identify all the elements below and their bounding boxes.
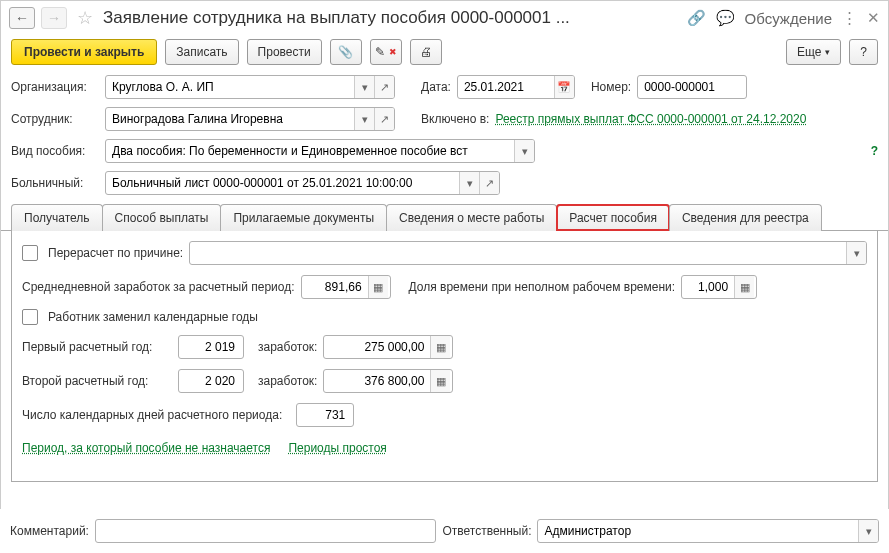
number-field[interactable]	[637, 75, 747, 99]
year2-label: Второй расчетный год:	[22, 374, 172, 388]
number-input[interactable]	[638, 76, 746, 98]
year1-field[interactable]	[178, 335, 244, 359]
benefit-type-field[interactable]: ▾	[105, 139, 535, 163]
benefit-calc-panel: Перерасчет по причине: ▾ Среднедневной з…	[11, 231, 878, 482]
open-icon[interactable]: ↗	[479, 172, 499, 194]
avg-daily-input[interactable]	[302, 276, 368, 298]
avg-daily-field[interactable]: ▦	[301, 275, 391, 299]
date-label: Дата:	[421, 80, 451, 94]
earn2-field[interactable]: ▦	[323, 369, 453, 393]
recalc-label: Перерасчет по причине:	[48, 246, 183, 260]
year1-label: Первый расчетный год:	[22, 340, 172, 354]
save-button[interactable]: Записать	[165, 39, 238, 65]
tab-payment-method[interactable]: Способ выплаты	[102, 204, 222, 231]
dropdown-icon[interactable]: ▾	[858, 520, 878, 542]
tab-attached-docs[interactable]: Прилагаемые документы	[220, 204, 387, 231]
idle-periods-link[interactable]: Периоды простоя	[288, 441, 386, 455]
recalc-reason-field[interactable]: ▾	[189, 241, 867, 265]
earn1-input[interactable]	[324, 336, 430, 358]
kebab-icon[interactable]: ⋮	[842, 9, 857, 27]
back-button[interactable]: ←	[9, 7, 35, 29]
number-label: Номер:	[591, 80, 631, 94]
calendar-icon[interactable]: 📅	[554, 76, 574, 98]
form-title: Заявление сотрудника на выплату пособия …	[103, 8, 681, 28]
year2-field[interactable]	[178, 369, 244, 393]
tab-benefit-calc[interactable]: Расчет пособия	[556, 204, 670, 231]
post-button[interactable]: Провести	[247, 39, 322, 65]
date-field[interactable]: 📅	[457, 75, 575, 99]
replaced-years-label: Работник заменил календарные годы	[48, 310, 258, 324]
dropdown-icon[interactable]: ▾	[354, 76, 374, 98]
calc-icon[interactable]: ▦	[368, 276, 388, 298]
dropdown-icon[interactable]: ▾	[354, 108, 374, 130]
dropdown-icon[interactable]: ▾	[459, 172, 479, 194]
days-label: Число календарных дней расчетного период…	[22, 408, 282, 422]
replaced-years-checkbox[interactable]	[22, 309, 38, 325]
benefit-type-input[interactable]	[106, 140, 514, 162]
toolbar: Провести и закрыть Записать Провести 📎 ✎…	[1, 35, 888, 75]
print-button[interactable]: 🖨	[410, 39, 442, 65]
calc-icon[interactable]: ▦	[430, 336, 450, 358]
earn1-label: заработок:	[258, 340, 317, 354]
dropdown-icon[interactable]: ▾	[514, 140, 534, 162]
part-time-input[interactable]	[682, 276, 734, 298]
open-icon[interactable]: ↗	[374, 108, 394, 130]
chat-icon[interactable]: 💬	[716, 9, 735, 27]
recalc-checkbox[interactable]	[22, 245, 38, 261]
days-field[interactable]	[296, 403, 354, 427]
part-time-label: Доля времени при неполном рабочем времен…	[409, 280, 676, 294]
year1-input[interactable]	[179, 336, 241, 358]
comment-field[interactable]	[95, 519, 437, 543]
recalc-reason-input[interactable]	[190, 242, 846, 264]
employee-field[interactable]: ▾ ↗	[105, 107, 395, 131]
star-icon[interactable]: ☆	[77, 7, 93, 29]
calc-icon[interactable]: ▦	[734, 276, 754, 298]
footer: Комментарий: Ответственный: ▾	[0, 509, 889, 553]
year2-input[interactable]	[179, 370, 241, 392]
comment-input[interactable]	[96, 520, 436, 542]
tab-recipient[interactable]: Получатель	[11, 204, 103, 231]
edit-button[interactable]: ✎✖	[370, 39, 402, 65]
earn2-label: заработок:	[258, 374, 317, 388]
calc-icon[interactable]: ▦	[430, 370, 450, 392]
date-input[interactable]	[458, 76, 554, 98]
responsible-field[interactable]: ▾	[537, 519, 879, 543]
benefit-type-label: Вид пособия:	[11, 144, 99, 158]
no-benefit-period-link[interactable]: Период, за который пособие не назначаетс…	[22, 441, 270, 455]
org-input[interactable]	[106, 76, 354, 98]
avg-daily-label: Среднедневной заработок за расчетный пер…	[22, 280, 295, 294]
more-button[interactable]: Еще ▾	[786, 39, 841, 65]
help-icon[interactable]: ?	[871, 144, 878, 158]
tab-registry-info[interactable]: Сведения для реестра	[669, 204, 822, 231]
link-icon[interactable]: 🔗	[687, 9, 706, 27]
discussion-label[interactable]: Обсуждение	[745, 10, 832, 27]
attach-button[interactable]: 📎	[330, 39, 362, 65]
open-icon[interactable]: ↗	[374, 76, 394, 98]
org-label: Организация:	[11, 80, 99, 94]
responsible-input[interactable]	[538, 520, 858, 542]
sick-leave-field[interactable]: ▾ ↗	[105, 171, 500, 195]
forward-button[interactable]: →	[41, 7, 67, 29]
sick-leave-label: Больничный:	[11, 176, 99, 190]
earn2-input[interactable]	[324, 370, 430, 392]
help-button[interactable]: ?	[849, 39, 878, 65]
titlebar: ← → ☆ Заявление сотрудника на выплату по…	[1, 1, 888, 35]
earn1-field[interactable]: ▦	[323, 335, 453, 359]
form-header: Организация: ▾ ↗ Дата: 📅 Номер: Сотрудни…	[1, 75, 888, 195]
close-icon[interactable]: ✕	[867, 9, 880, 27]
dropdown-icon[interactable]: ▾	[846, 242, 866, 264]
tabs: Получатель Способ выплаты Прилагаемые до…	[1, 203, 888, 231]
tab-work-info[interactable]: Сведения о месте работы	[386, 204, 557, 231]
comment-label: Комментарий:	[10, 524, 89, 538]
org-field[interactable]: ▾ ↗	[105, 75, 395, 99]
included-label: Включено в:	[421, 112, 489, 126]
sick-leave-input[interactable]	[106, 172, 459, 194]
responsible-label: Ответственный:	[442, 524, 531, 538]
registry-link[interactable]: Реестр прямых выплат ФСС 0000-000001 от …	[495, 112, 806, 126]
days-input[interactable]	[297, 404, 351, 426]
post-and-close-button[interactable]: Провести и закрыть	[11, 39, 157, 65]
employee-input[interactable]	[106, 108, 354, 130]
employee-label: Сотрудник:	[11, 112, 99, 126]
part-time-field[interactable]: ▦	[681, 275, 757, 299]
